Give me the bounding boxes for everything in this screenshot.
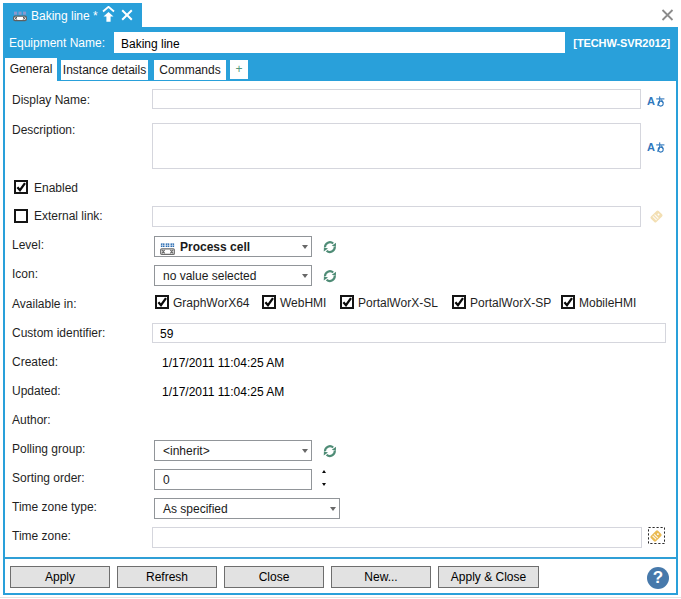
svg-text:A: A [647, 95, 655, 107]
svg-text:A: A [647, 141, 655, 153]
